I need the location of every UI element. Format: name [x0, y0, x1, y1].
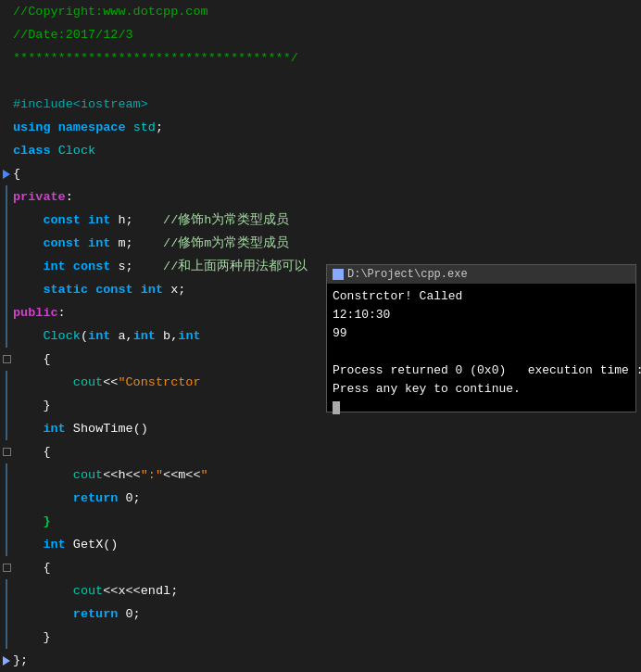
code-line-1: //Copyright:www.dotcpp.com: [0, 0, 641, 23]
terminal-titlebar: D:\Project\cpp.exe: [327, 265, 635, 284]
code-line-25: {: [0, 556, 641, 579]
code-line-3: *************************************/: [0, 46, 641, 70]
code-line-9: private:: [0, 185, 641, 209]
code-line-10: const int h; //修饰h为常类型成员: [0, 209, 641, 232]
terminal-cursor: [333, 401, 340, 414]
terminal-icon: [333, 269, 344, 280]
code-line-20: {: [0, 440, 641, 463]
code-line-6: using namespace std;: [0, 116, 641, 139]
terminal-line-1: Constrctor! Called: [333, 287, 630, 306]
code-line-8: {: [0, 162, 641, 185]
terminal-line-4: [333, 343, 630, 361]
code-line-24: int GetX(): [0, 533, 641, 556]
code-line-4: [0, 70, 641, 93]
code-line-29: };: [0, 649, 641, 672]
code-line-23: }: [0, 510, 641, 533]
terminal-window: D:\Project\cpp.exe Constrctor! Called 12…: [326, 264, 636, 412]
terminal-body: Constrctor! Called 12:10:30 99 Process r…: [327, 284, 635, 412]
code-line-21: cout<<h<<":"<<m<<": [0, 463, 641, 487]
code-line-7: class Clock: [0, 139, 641, 162]
terminal-line-3: 99: [333, 324, 630, 343]
code-line-11: const int m; //修饰m为常类型成员: [0, 232, 641, 255]
code-line-26: cout<<x<<endl;: [0, 579, 641, 602]
code-line-27: return 0;: [0, 602, 641, 626]
code-line-19: int ShowTime(): [0, 417, 641, 440]
terminal-line-2: 12:10:30: [333, 306, 630, 324]
terminal-line-6: Press any key to continue.: [333, 380, 630, 399]
code-line-22: return 0;: [0, 487, 641, 510]
code-line-28: }: [0, 626, 641, 649]
terminal-line-5: Process returned 0 (0x0) execution time …: [333, 361, 630, 380]
terminal-title: D:\Project\cpp.exe: [347, 268, 468, 281]
code-line-2: //Date:2017/12/3: [0, 23, 641, 46]
code-line-5: #include<iostream>: [0, 93, 641, 116]
